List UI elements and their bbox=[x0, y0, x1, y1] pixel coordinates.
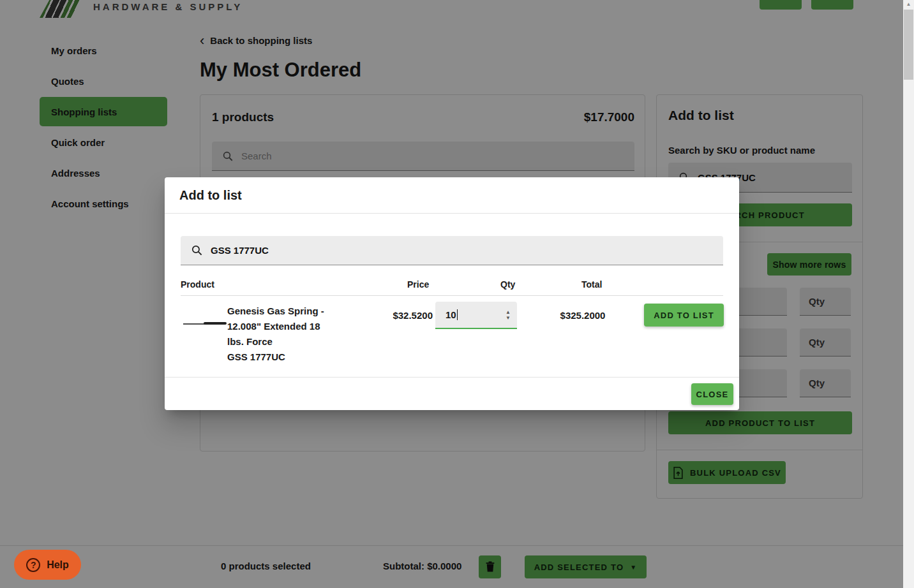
spinner-up-icon[interactable]: ▲ bbox=[506, 310, 511, 314]
product-price: $32.5200 bbox=[382, 310, 433, 321]
product-name-line: lbs. Force bbox=[227, 334, 337, 349]
modal-title: Add to list bbox=[179, 188, 242, 203]
qty-input[interactable]: 10 ▲ ▼ bbox=[435, 302, 517, 329]
product-name-line: 12.008" Extended 18 bbox=[227, 319, 337, 334]
column-header-total: Total bbox=[581, 279, 602, 290]
help-button[interactable]: ? Help bbox=[14, 550, 81, 580]
add-to-list-modal: Add to list Product Price Qty Total Gene… bbox=[165, 177, 739, 410]
product-image bbox=[182, 305, 227, 343]
scroll-up-icon[interactable]: ▲ bbox=[903, 1, 914, 7]
product-total: $325.2000 bbox=[548, 310, 618, 321]
column-header-price: Price bbox=[407, 279, 429, 290]
column-header-product: Product bbox=[181, 279, 214, 290]
add-to-list-button[interactable]: ADD TO LIST bbox=[644, 304, 724, 327]
search-icon bbox=[191, 244, 203, 256]
close-button[interactable]: CLOSE bbox=[691, 383, 733, 405]
text-caret bbox=[457, 309, 458, 320]
page-scrollbar[interactable]: ▲ bbox=[903, 0, 914, 588]
modal-search-field[interactable] bbox=[181, 236, 723, 265]
gas-spring-body bbox=[204, 322, 227, 325]
qty-stepper[interactable]: ▲ ▼ bbox=[506, 310, 511, 320]
product-name-line: Genesis Gas Spring - bbox=[227, 304, 337, 319]
scrollbar-thumb[interactable] bbox=[904, 10, 913, 80]
spinner-down-icon[interactable]: ▼ bbox=[506, 316, 511, 320]
modal-search-input[interactable] bbox=[211, 245, 713, 256]
table-row-divider bbox=[165, 377, 739, 378]
gas-spring-rod bbox=[183, 323, 205, 325]
column-header-qty: Qty bbox=[500, 279, 515, 290]
product-sku: GSS 1777UC bbox=[227, 349, 337, 365]
table-header-divider bbox=[181, 295, 723, 296]
qty-value: 10 bbox=[446, 309, 456, 320]
help-label: Help bbox=[47, 559, 69, 571]
question-mark-icon: ? bbox=[26, 558, 40, 572]
modal-header: Add to list bbox=[165, 177, 739, 214]
product-name: Genesis Gas Spring - 12.008" Extended 18… bbox=[227, 304, 337, 365]
